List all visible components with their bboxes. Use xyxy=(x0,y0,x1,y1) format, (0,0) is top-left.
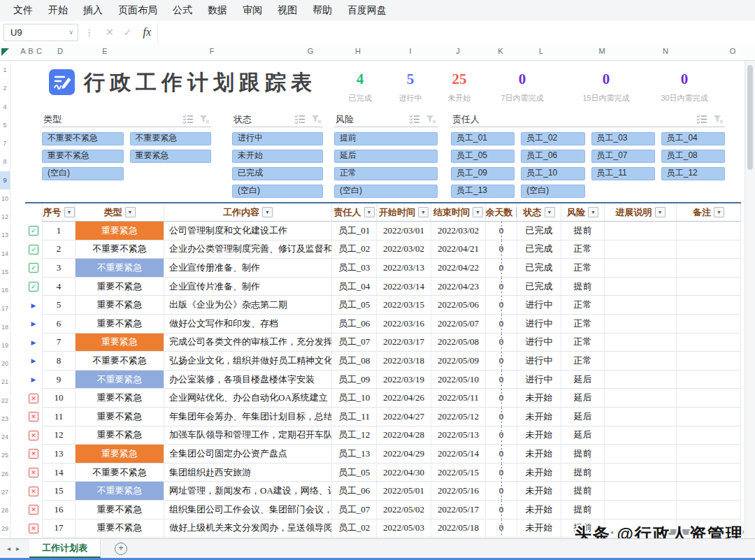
row-header-4[interactable]: 4 xyxy=(0,98,10,116)
column-header-开始时间[interactable]: 开始时间▼ xyxy=(377,203,431,222)
chevron-down-icon[interactable]: ∨ xyxy=(69,29,73,36)
slicer-option-未开始[interactable]: 未开始 xyxy=(232,150,323,163)
row-header-25[interactable]: 25 xyxy=(0,446,10,464)
column-header-类型[interactable]: 类型▼ xyxy=(76,203,164,222)
row-header-23[interactable]: 23 xyxy=(0,410,10,428)
slicer-option-员工_02[interactable]: 员工_02 xyxy=(521,132,584,145)
row-header-13[interactable]: 13 xyxy=(0,226,10,244)
row-header-14[interactable]: 14 xyxy=(0,245,10,263)
menu-item-页面布局[interactable]: 页面布局 xyxy=(110,4,165,17)
row-header-24[interactable]: 24 xyxy=(0,428,10,446)
column-header-结束时间[interactable]: 结束时间▼ xyxy=(431,203,486,222)
row-header-7[interactable]: 7 xyxy=(0,134,10,152)
column-header-状态[interactable]: 状态▼ xyxy=(517,203,561,222)
select-all-corner[interactable] xyxy=(1,48,9,56)
row-header-5[interactable]: 5 xyxy=(0,116,10,134)
column-header-L[interactable]: L xyxy=(539,47,543,55)
slicer-option-不重要紧急[interactable]: 不重要紧急 xyxy=(130,132,212,145)
row-header-2[interactable]: 2 xyxy=(0,79,10,97)
menu-item-百度网盘[interactable]: 百度网盘 xyxy=(340,4,394,17)
filter-dropdown-icon[interactable]: ▼ xyxy=(714,207,724,217)
menu-item-视图[interactable]: 视图 xyxy=(270,4,305,17)
row-header-1[interactable]: 1 xyxy=(0,61,10,79)
multiselect-icon[interactable] xyxy=(182,115,194,124)
clear-filter-icon[interactable] xyxy=(311,115,322,124)
column-header-D[interactable]: D xyxy=(57,47,63,55)
filter-dropdown-icon[interactable]: ▼ xyxy=(588,207,598,217)
row-header-27[interactable]: 27 xyxy=(0,483,10,501)
column-header-备注[interactable]: 备注▼ xyxy=(677,203,741,222)
column-header-F[interactable]: F xyxy=(210,47,215,55)
slicer-option-员工_10[interactable]: 员工_10 xyxy=(521,167,584,180)
column-header-责任人[interactable]: 责任人▼ xyxy=(332,203,377,222)
vertical-scrollbar-thumb[interactable] xyxy=(747,65,753,170)
menu-item-审阅[interactable]: 审阅 xyxy=(235,4,270,17)
column-header-J[interactable]: J xyxy=(456,47,460,55)
row-header-21[interactable]: 21 xyxy=(0,373,10,391)
clear-filter-icon[interactable] xyxy=(426,115,436,124)
slicer-option-已完成[interactable]: 已完成 xyxy=(232,167,323,180)
slicer-option-员工_13[interactable]: 员工_13 xyxy=(451,185,515,198)
clear-filter-icon[interactable] xyxy=(713,115,724,124)
column-header-G[interactable]: G xyxy=(308,47,314,55)
filter-dropdown-icon[interactable]: ▼ xyxy=(655,207,666,217)
column-header-N[interactable]: N xyxy=(663,47,668,55)
row-header-29[interactable]: 29 xyxy=(0,519,10,538)
row-header-15[interactable]: 15 xyxy=(0,263,10,281)
column-header-风险[interactable]: 风险▼ xyxy=(561,203,605,222)
menu-item-插入[interactable]: 插入 xyxy=(76,4,110,17)
vertical-scrollbar[interactable] xyxy=(745,61,755,538)
slicer-option-员工_03[interactable]: 员工_03 xyxy=(591,132,655,145)
more-icon[interactable]: ⋮ xyxy=(85,27,94,38)
filter-dropdown-icon[interactable]: ▼ xyxy=(262,207,273,217)
name-box[interactable]: U9 ∨ xyxy=(3,24,78,41)
column-header-O[interactable]: O xyxy=(730,47,736,55)
slicer-option-员工_09[interactable]: 员工_09 xyxy=(451,167,515,180)
column-header-剩余天数[interactable]: 剩余天数▼ xyxy=(486,203,517,222)
slicer-option-员工_11[interactable]: 员工_11 xyxy=(591,167,655,180)
slicer-option-员工_12[interactable]: 员工_12 xyxy=(661,167,725,180)
slicer-option-正常[interactable]: 正常 xyxy=(334,167,438,180)
multiselect-icon[interactable] xyxy=(409,115,420,124)
slicer-option-不重要不紧急[interactable]: 不重要不紧急 xyxy=(42,132,124,145)
row-header-16[interactable]: 16 xyxy=(0,281,10,299)
slicer-option-员工_04[interactable]: 员工_04 xyxy=(661,132,725,145)
insert-function-icon[interactable]: fx xyxy=(143,26,151,38)
column-header-序号[interactable]: 序号▼ xyxy=(42,203,76,222)
formula-input[interactable] xyxy=(157,21,755,43)
slicer-option-(空白)[interactable]: (空白) xyxy=(42,167,124,180)
multiselect-icon[interactable] xyxy=(294,115,305,124)
add-sheet-button[interactable]: + xyxy=(115,543,127,555)
multiselect-icon[interactable] xyxy=(696,115,707,124)
slicer-option-(空白)[interactable]: (空白) xyxy=(232,185,323,198)
row-header-17[interactable]: 17 xyxy=(0,299,10,317)
filter-dropdown-icon[interactable]: ▼ xyxy=(125,207,136,217)
confirm-entry-icon[interactable]: ✓ xyxy=(124,27,132,38)
filter-dropdown-icon[interactable]: ▼ xyxy=(473,207,483,217)
cancel-entry-icon[interactable]: ✕ xyxy=(106,27,114,38)
sheet-nav-arrows[interactable]: ◂▸ xyxy=(7,545,25,552)
slicer-option-员工_01[interactable]: 员工_01 xyxy=(451,132,515,145)
filter-dropdown-icon[interactable]: ▼ xyxy=(418,207,429,217)
filter-dropdown-icon[interactable]: ▼ xyxy=(64,207,75,217)
slicer-option-员工_05[interactable]: 员工_05 xyxy=(451,150,515,163)
column-header-A[interactable]: A xyxy=(20,47,25,55)
slicer-option-员工_08[interactable]: 员工_08 xyxy=(661,150,725,163)
row-header-10[interactable]: 10 xyxy=(0,189,10,208)
menu-item-帮助[interactable]: 帮助 xyxy=(305,4,340,17)
column-header-C[interactable]: C xyxy=(36,47,42,55)
clear-filter-icon[interactable] xyxy=(199,115,210,124)
menu-item-数据[interactable]: 数据 xyxy=(200,4,235,17)
column-header-I[interactable]: I xyxy=(409,47,411,55)
row-header-19[interactable]: 19 xyxy=(0,336,10,354)
slicer-option-员工_06[interactable]: 员工_06 xyxy=(521,150,584,163)
filter-dropdown-icon[interactable]: ▼ xyxy=(545,207,555,217)
slicer-option-提前[interactable]: 提前 xyxy=(334,132,438,145)
slicer-option-(空白)[interactable]: (空白) xyxy=(334,185,438,198)
row-header-28[interactable]: 28 xyxy=(0,501,10,519)
row-header-12[interactable]: 12 xyxy=(0,208,10,226)
column-header-B[interactable]: B xyxy=(28,47,33,55)
slicer-option-延后[interactable]: 延后 xyxy=(334,150,438,163)
row-header-26[interactable]: 26 xyxy=(0,465,10,483)
slicer-option-进行中[interactable]: 进行中 xyxy=(232,132,323,145)
